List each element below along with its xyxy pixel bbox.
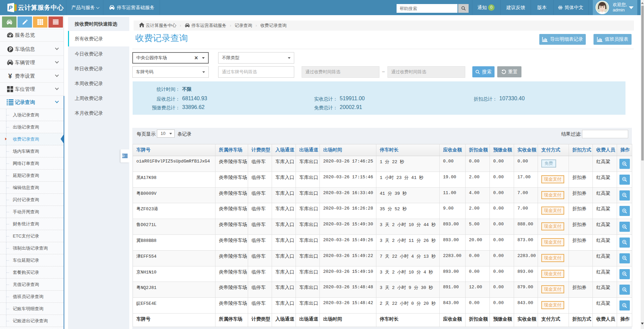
svg-text:P: P [9, 5, 13, 11]
